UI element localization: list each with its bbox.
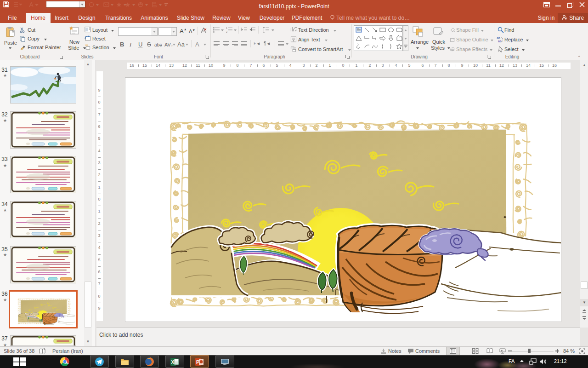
svg-text:X: X — [171, 360, 175, 365]
svg-text:ac: ac — [498, 40, 502, 43]
svg-text:ab: ab — [497, 36, 501, 40]
svg-text:2: 2 — [226, 30, 227, 33]
svg-text:1: 1 — [226, 27, 227, 29]
svg-text:P: P — [196, 359, 199, 365]
